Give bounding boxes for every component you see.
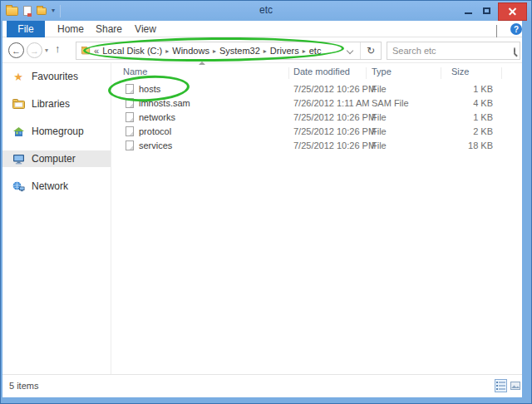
explorer-window: ▾ etc File Home Share View ? ← → ▾ ↑ [0,0,532,404]
ribbon-collapse-chevron-icon[interactable] [496,25,506,35]
sidebar-item-computer[interactable]: Computer [2,150,111,167]
address-folder-icon[interactable] [81,47,90,54]
star-icon: ★ [12,71,25,83]
file-size: 18 KB [410,140,493,150]
sidebar-item-label: Homegroup [32,126,84,137]
tab-home[interactable]: Home [52,21,89,37]
file-icon [126,126,134,136]
recent-locations-chevron-icon[interactable]: ▾ [45,47,48,54]
file-name: networks [139,112,175,122]
file-name: lmhosts.sam [139,98,190,108]
forward-button[interactable]: → [27,42,42,58]
sidebar-item-label: Computer [32,153,76,165]
file-type: File [372,126,387,136]
breadcrumb-segment-etc[interactable]: etc [309,46,322,56]
file-date: 7/25/2012 10:26 PM [293,126,376,136]
sidebar-item-label: Network [32,180,68,192]
address-path: « Local Disk (C:) ▸ Windows ▸ System32 ▸… [76,42,360,59]
minimize-button[interactable] [459,2,477,20]
file-date: 7/25/2012 10:26 PM [293,112,376,122]
breadcrumb-separator-icon[interactable]: ▸ [264,47,267,55]
tab-file[interactable]: File [7,21,45,37]
file-row-protocol[interactable]: protocol 7/25/2012 10:26 PM File 2 KB [113,125,504,139]
item-count: 5 items [9,381,38,391]
file-type: File [372,84,387,94]
thumbnails-view-button[interactable] [509,379,521,392]
details-view-button[interactable] [495,379,507,392]
computer-icon [12,153,25,165]
column-resize-handle[interactable] [501,67,502,79]
titlebar[interactable]: ▾ etc [1,1,531,21]
breadcrumb-segment-windows[interactable]: Windows [172,46,209,56]
file-name: hosts [139,84,160,94]
sidebar-item-network[interactable]: Network [2,178,111,195]
search-icon[interactable] [514,47,515,54]
breadcrumb-separator-icon[interactable]: ▸ [213,47,216,55]
tab-share[interactable]: Share [91,21,127,37]
file-type: SAM File [372,98,409,108]
file-row-hosts[interactable]: hosts 7/25/2012 10:26 PM File 1 KB [113,82,504,96]
file-icon [126,98,134,108]
file-icon [126,140,134,150]
column-header-date-modified[interactable]: Date modified [293,67,350,76]
breadcrumb-segment-drive[interactable]: Local Disk (C:) [102,46,162,56]
file-date: 7/25/2012 10:26 PM [293,140,376,150]
file-name: services [139,140,172,150]
file-size: 1 KB [410,84,493,94]
file-icon [126,84,134,94]
file-type: File [372,112,387,122]
address-bar[interactable]: « Local Disk (C:) ▸ Windows ▸ System32 ▸… [76,42,382,60]
close-button[interactable] [498,2,527,21]
maximize-button[interactable] [477,2,495,20]
back-button[interactable]: ← [8,42,24,58]
file-type: File [372,140,387,150]
search-input[interactable] [392,46,510,56]
sidebar-item-favourites[interactable]: ★ Favourites [2,68,111,85]
column-header-name[interactable]: Name [123,67,147,76]
breadcrumb-segment-drivers[interactable]: Drivers [270,46,299,56]
sidebar-item-homegroup[interactable]: Homegroup [2,123,111,140]
column-header-size[interactable]: Size [451,67,469,76]
file-row-lmhosts[interactable]: lmhosts.sam 7/26/2012 1:11 AM SAM File 4… [113,96,504,111]
client-area: File Home Share View ? ← → ▾ ↑ « Local D… [2,21,522,397]
file-icon [126,112,134,122]
libraries-icon [12,98,25,111]
address-overflow-icon[interactable]: « [94,46,99,56]
column-resize-handle[interactable] [366,67,367,79]
ribbon-tab-row: File Home Share View ? [2,21,522,37]
file-name: protocol [139,126,171,136]
column-resize-handle[interactable] [441,67,441,79]
sidebar-item-libraries[interactable]: Libraries [2,96,111,112]
sidebar-divider [111,63,111,374]
breadcrumb-separator-icon[interactable]: ▸ [303,47,306,55]
up-button[interactable]: ↑ [55,42,61,55]
column-header-type[interactable]: Type [372,67,392,76]
breadcrumb-segment-system32[interactable]: System32 [219,46,260,56]
homegroup-icon [12,126,25,138]
sidebar-item-label: Favourites [32,71,78,82]
breadcrumb-separator-icon[interactable]: ▸ [165,47,169,55]
address-dropdown-chevron-icon[interactable] [347,47,353,54]
help-button[interactable]: ? [510,23,522,35]
refresh-button[interactable]: ↻ [360,42,381,59]
tab-view[interactable]: View [129,21,162,37]
search-box [387,42,520,60]
navigation-toolbar: ← → ▾ ↑ « Local Disk (C:) ▸ Windows ▸ Sy… [2,37,522,63]
details-view-icon [496,382,505,390]
file-row-networks[interactable]: networks 7/25/2012 10:26 PM File 1 KB [113,111,504,125]
sidebar-item-label: Libraries [32,98,70,110]
forward-arrow-icon: → [30,46,39,56]
sort-ascending-icon [199,62,205,65]
file-date: 7/26/2012 1:11 AM [293,98,370,108]
column-resize-handle[interactable] [288,67,289,79]
file-size: 2 KB [410,126,493,136]
network-icon [12,180,25,193]
file-row-services[interactable]: services 7/25/2012 10:26 PM File 18 KB [113,139,504,153]
file-date: 7/25/2012 10:26 PM [293,84,376,94]
file-size: 4 KB [410,98,493,108]
help-icon: ? [514,25,519,34]
status-bar: 5 items [2,374,522,397]
thumbnails-view-icon [510,382,520,390]
close-icon [509,7,516,15]
back-arrow-icon: ← [12,46,21,56]
